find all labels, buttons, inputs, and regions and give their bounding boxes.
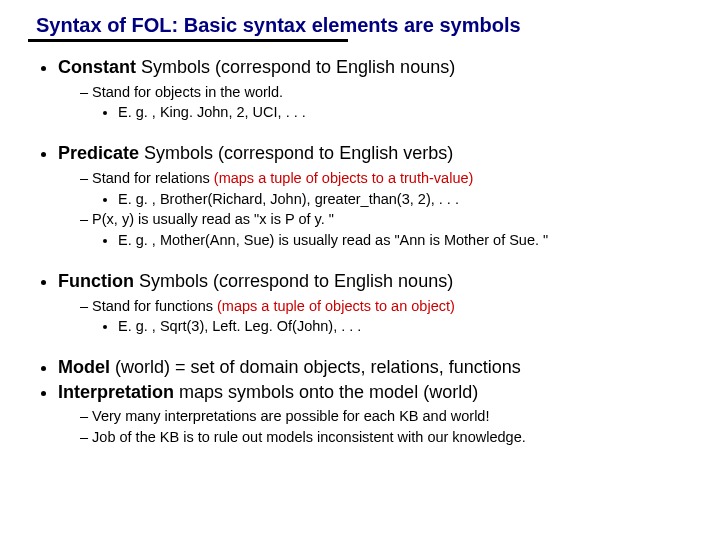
interp-sub2: Job of the KB is to rule out models inco… [80,428,692,447]
bullet-constant: Constant Symbols (correspond to English … [58,56,692,122]
predicate-eg1: E. g. , Brother(Richard, John), greater_… [118,190,692,209]
predicate-eg2: E. g. , Mother(Ann, Sue) is usually read… [118,231,692,250]
interpretation-rest: maps symbols onto the model (world) [174,382,478,402]
interp-sub1: Very many interpretations are possible f… [80,407,692,426]
interp-sub1-text: Very many interpretations are possible f… [92,408,489,424]
function-sub1-text: Stand for functions [92,298,217,314]
constant-sub1: Stand for objects in the world. E. g. , … [80,83,692,123]
slide-title: Syntax of FOL: Basic syntax elements are… [36,14,692,37]
bullet-model: Model (world) = set of domain objects, r… [58,356,692,379]
interp-sub2-text: Job of the KB is to rule out models inco… [92,429,526,445]
constant-rest: Symbols (correspond to English nouns) [136,57,455,77]
title-underline [28,39,348,42]
interpretation-bold: Interpretation [58,382,174,402]
function-sub1: Stand for functions (maps a tuple of obj… [80,297,692,337]
predicate-sub2-text: P(x, y) is usually read as "x is P of y.… [92,211,334,227]
constant-eg: E. g. , King. John, 2, UCI, . . . [118,103,692,122]
bullet-function: Function Symbols (correspond to English … [58,270,692,336]
function-eg: E. g. , Sqrt(3), Left. Leg. Of(John), . … [118,317,692,336]
predicate-rest: Symbols (correspond to English verbs) [139,143,453,163]
constant-bold: Constant [58,57,136,77]
bullet-interpretation: Interpretation maps symbols onto the mod… [58,381,692,447]
function-sub1-red: (maps a tuple of objects to an object) [217,298,455,314]
predicate-bold: Predicate [58,143,139,163]
function-bold: Function [58,271,134,291]
model-bold: Model [58,357,110,377]
bullet-predicate: Predicate Symbols (correspond to English… [58,142,692,250]
constant-sub1-text: Stand for objects in the world. [92,84,283,100]
predicate-sub2: P(x, y) is usually read as "x is P of y.… [80,210,692,250]
function-rest: Symbols (correspond to English nouns) [134,271,453,291]
predicate-sub1-text: Stand for relations [92,170,214,186]
predicate-sub1-red: (maps a tuple of objects to a truth-valu… [214,170,474,186]
predicate-sub1: Stand for relations (maps a tuple of obj… [80,169,692,209]
model-rest: (world) = set of domain objects, relatio… [110,357,521,377]
